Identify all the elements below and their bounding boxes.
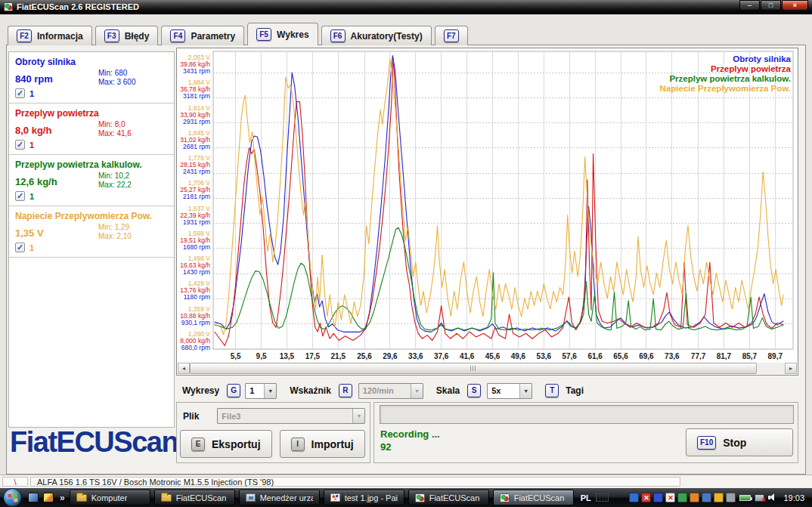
scroll-right-arrow-icon[interactable]: ► bbox=[785, 363, 797, 374]
svg-text:1430 rpm: 1430 rpm bbox=[183, 268, 210, 276]
battery-icon[interactable] bbox=[739, 495, 751, 501]
series-checkbox[interactable]: ✓ bbox=[15, 140, 25, 150]
parameter-min: Min: 10,2 bbox=[98, 172, 132, 181]
network-display-error-icon[interactable] bbox=[755, 494, 764, 502]
key-t-button[interactable]: T bbox=[545, 384, 559, 397]
tab-informacja[interactable]: F2Informacja bbox=[8, 26, 92, 45]
indicator-value: 120/min bbox=[363, 386, 394, 395]
tray-messenger-icon[interactable] bbox=[629, 493, 639, 502]
series-checkbox[interactable]: ✓ bbox=[15, 88, 25, 98]
series-checkbox-label: 1 bbox=[29, 89, 34, 98]
legend-entry: Przeplyw powietrza bbox=[711, 64, 792, 73]
parameter-name: Przeplyw powietrza bbox=[15, 108, 168, 119]
minimize-button[interactable]: – bbox=[739, 0, 760, 11]
series-checkbox-label: 1 bbox=[29, 192, 34, 201]
plik-label: Plik bbox=[183, 411, 199, 422]
recording-status: Recording ... bbox=[380, 428, 440, 441]
tab-label: Informacja bbox=[37, 31, 83, 42]
tab-label: Błędy bbox=[125, 31, 150, 42]
content-panel: Obroty silnika840 rpmMin: 680Max: 3 600✓… bbox=[6, 45, 806, 475]
indicator-select: 120/min ▼ bbox=[358, 383, 423, 399]
svg-text:33,6: 33,6 bbox=[408, 352, 423, 360]
svg-text:65,6: 65,6 bbox=[613, 352, 628, 360]
svg-text:930,1 rpm: 930,1 rpm bbox=[181, 319, 210, 326]
key-g-button[interactable]: G bbox=[227, 384, 240, 397]
fkey-badge: F6 bbox=[330, 29, 346, 42]
tab-akuratory-testy[interactable]: F6Akuratory(Testy) bbox=[321, 26, 432, 45]
key-s-button[interactable]: S bbox=[467, 384, 481, 397]
series-checkbox[interactable]: ✓ bbox=[15, 243, 25, 252]
svg-text:680,0 rpm: 680,0 rpm bbox=[181, 344, 210, 351]
device-manager-icon bbox=[246, 493, 256, 502]
tab-b-dy[interactable]: F3Błędy bbox=[95, 26, 159, 45]
importuj-button[interactable]: I Importuj bbox=[280, 430, 365, 458]
file-group: Plik File3 ▼ E Eksportuj I Importuj bbox=[176, 402, 370, 463]
parameter-checkbox-row: ✓1 bbox=[15, 140, 34, 150]
eksportuj-label: Eksportuj bbox=[212, 438, 261, 450]
chart-plot[interactable]: 5,59,513,517,521,525,629,633,637,641,645… bbox=[177, 48, 798, 363]
parameter-max: Max: 2,10 bbox=[98, 232, 132, 241]
scale-select[interactable]: 5x ▼ bbox=[487, 383, 532, 399]
eksportuj-button[interactable]: E Eksportuj bbox=[180, 430, 272, 458]
svg-text:2681 rpm: 2681 rpm bbox=[183, 143, 210, 150]
svg-text:57,6: 57,6 bbox=[562, 352, 577, 360]
tray-key-icon[interactable] bbox=[714, 493, 724, 502]
keyboard-layout-icon[interactable] bbox=[596, 493, 609, 502]
svg-text:21,5: 21,5 bbox=[331, 352, 346, 360]
quick-launch-overflow-chevron[interactable]: » bbox=[60, 493, 65, 503]
taskbar-button[interactable]: Komputer bbox=[70, 490, 150, 505]
language-indicator[interactable]: PL bbox=[581, 493, 591, 502]
taskbar-button[interactable]: Menedżer urzą... bbox=[239, 490, 320, 505]
parameter-value: 8,0 kg/h bbox=[15, 125, 51, 136]
close-button[interactable]: × bbox=[782, 0, 808, 11]
taskbar-button[interactable]: FiatECUScan 2.... bbox=[408, 490, 489, 505]
clock[interactable]: 19:03 bbox=[783, 493, 804, 502]
quick-launch-icon-1[interactable] bbox=[28, 493, 39, 502]
parameter-name: Przeplyw powietrza kalkulow. bbox=[15, 159, 168, 170]
tray-security-icon[interactable]: ✕ bbox=[641, 493, 651, 502]
taskbar-button[interactable]: test 1.jpg - Paint bbox=[324, 490, 404, 505]
tray-display-icon[interactable] bbox=[726, 493, 736, 502]
svg-text:45,6: 45,6 bbox=[485, 352, 501, 360]
chart-horizontal-scrollbar[interactable]: ◄ ► bbox=[178, 363, 797, 374]
svg-text:85,7: 85,7 bbox=[742, 352, 758, 360]
tab-f7[interactable]: F7 bbox=[435, 26, 468, 45]
graph-number-select[interactable]: 1 ▼ bbox=[245, 383, 277, 399]
tray-graphics-icon[interactable] bbox=[677, 493, 687, 502]
taskbar-button[interactable]: FiatECUScan 2.... bbox=[493, 490, 574, 505]
fiatecuscan-icon bbox=[500, 493, 510, 502]
tray-media-icon[interactable] bbox=[690, 493, 699, 502]
taskbar-button-label: FiatECUScan 2.... bbox=[429, 493, 482, 502]
tray-update-icon[interactable] bbox=[653, 493, 663, 502]
volume-icon[interactable] bbox=[768, 493, 777, 502]
parameter-card: Napiecie Przeplywomierza Pow.1,35 VMin: … bbox=[9, 206, 174, 258]
tray-network-computers-icon[interactable] bbox=[702, 493, 711, 502]
key-f10-badge: F10 bbox=[697, 436, 716, 450]
scroll-track[interactable] bbox=[757, 363, 785, 374]
stop-label: Stop bbox=[723, 437, 746, 449]
svg-text:3431 rpm: 3431 rpm bbox=[183, 67, 210, 75]
system-tray: ✕✕ bbox=[629, 493, 736, 502]
graph-number-value: 1 bbox=[249, 386, 254, 395]
scroll-thumb[interactable] bbox=[190, 363, 757, 374]
svg-text:81,7: 81,7 bbox=[717, 352, 732, 360]
stop-button[interactable]: F10 Stop bbox=[686, 428, 793, 456]
maximize-button[interactable]: □ bbox=[761, 0, 781, 11]
taskbar-button-label: FiatECUScan 2.... bbox=[514, 493, 567, 502]
start-button[interactable] bbox=[3, 488, 22, 507]
fkey-badge: F7 bbox=[444, 29, 459, 42]
tray-error-icon[interactable]: ✕ bbox=[665, 493, 675, 502]
taskbar-button[interactable]: FiatECUScan bbox=[154, 490, 235, 505]
parameter-minmax: Min: 1,29Max: 2,10 bbox=[98, 223, 132, 241]
scroll-left-arrow-icon[interactable]: ◄ bbox=[178, 363, 190, 374]
svg-text:17,5: 17,5 bbox=[305, 352, 321, 360]
series-checkbox[interactable]: ✓ bbox=[15, 191, 25, 201]
quick-launch-icon-2[interactable] bbox=[43, 493, 54, 502]
tab-wykres[interactable]: F5Wykres bbox=[247, 23, 318, 45]
svg-text:41,6: 41,6 bbox=[460, 352, 475, 360]
tab-parametry[interactable]: F4Parametry bbox=[161, 26, 244, 45]
key-r-button[interactable]: R bbox=[339, 384, 352, 397]
chart-svg: 5,59,513,517,521,525,629,633,637,641,645… bbox=[177, 48, 798, 363]
tab-label: Parametry bbox=[191, 31, 235, 42]
taskbar-button-label: Menedżer urzą... bbox=[260, 493, 313, 502]
